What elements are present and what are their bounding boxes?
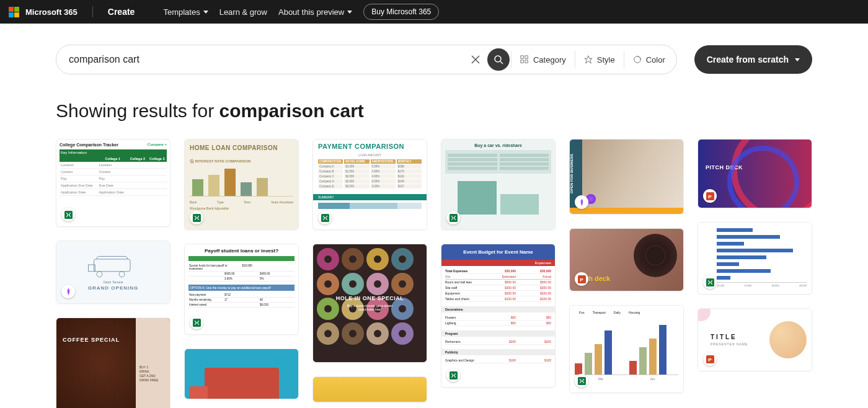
powerpoint-icon: P [703, 352, 717, 366]
clear-search-button[interactable] [466, 50, 485, 69]
template-card[interactable]: College Comparison TrackerCompare > Key … [56, 139, 170, 227]
nav-preview-label: About this preview [278, 7, 344, 17]
powerpoint-icon: P [575, 272, 588, 286]
nav-learn-label: Learn & grow [219, 7, 267, 17]
excel-icon [703, 275, 717, 289]
color-icon [633, 55, 642, 64]
svg-rect-6 [64, 211, 73, 219]
template-card[interactable]: Pitch deck P [569, 228, 684, 291]
svg-rect-15 [450, 371, 458, 379]
category-icon [520, 55, 529, 64]
excel-icon [190, 211, 203, 224]
excel-icon [575, 374, 588, 388]
search-pill: Category Style Color [56, 45, 677, 74]
svg-rect-11 [193, 214, 201, 222]
svg-rect-2 [525, 56, 528, 58]
template-card[interactable]: Payoff student loans or invest? Sooner f… [184, 244, 299, 335]
template-grid: College Comparison TrackerCompare > Key … [43, 139, 825, 408]
template-card[interactable]: PAYMENT COMPARISON LOAN AMOUNT COMPANY/I… [312, 139, 427, 230]
svg-text:P: P [580, 277, 583, 282]
results-prefix: Showing results for [56, 100, 219, 121]
svg-point-10 [119, 271, 125, 277]
filter-color-label: Color [646, 55, 665, 64]
filter-color[interactable]: Color [626, 45, 673, 74]
template-card[interactable]: Buy a car vs. rideshare [441, 139, 556, 230]
excel-icon [446, 211, 460, 224]
search-row: Category Style Color Create from scratch [43, 45, 825, 74]
excel-icon [190, 316, 203, 329]
template-card[interactable]: Fun Transport Daily Housing MarApr [569, 305, 684, 393]
thumb-event-budget: Event Budget for Event Name Expenses Tot… [441, 244, 555, 387]
template-card[interactable]: Event Budget for Event Name Expenses Tot… [441, 244, 556, 388]
excel-icon [446, 368, 460, 382]
thumb-donuts: HOLE IN ONE SPECIAL Buy a dozen donuts, … [313, 244, 427, 362]
ms365-brand[interactable]: Microsoft 365 [9, 7, 78, 17]
thumb-yellow [313, 377, 427, 402]
template-card[interactable]: HOME LOAN COMPARISON 🏠 INTEREST RATE COM… [184, 139, 299, 230]
designer-icon [61, 285, 75, 298]
nav-learn-grow[interactable]: Learn & grow [219, 7, 267, 17]
svg-point-9 [97, 271, 102, 277]
chevron-down-icon [203, 11, 208, 14]
template-card[interactable]: COFFEE SPECIAL BUY 1 DRINK, GET A 2ND DR… [56, 317, 170, 408]
buy-microsoft-365-button[interactable]: Buy Microsoft 365 [363, 4, 439, 20]
svg-text:P: P [708, 357, 712, 362]
create-from-scratch-button[interactable]: Create from scratch [694, 45, 812, 74]
template-card[interactable]: Fatah Tamarie GRAND OPENING [56, 241, 170, 304]
results-query: comparison cart [219, 100, 363, 121]
filter-category[interactable]: Category [513, 45, 574, 74]
chevron-down-icon [347, 11, 352, 14]
nav-templates-label: Templates [163, 7, 200, 17]
svg-rect-21 [706, 278, 714, 286]
search-button[interactable] [487, 48, 510, 71]
svg-rect-1 [521, 56, 523, 58]
designer-icon [575, 195, 588, 209]
search-input[interactable] [68, 53, 466, 66]
filter-separator [624, 51, 624, 68]
top-header: Microsoft 365 Create Templates Learn & g… [0, 0, 868, 24]
buy-label: Buy Microsoft 365 [371, 7, 431, 16]
excel-icon [61, 208, 75, 221]
results-heading: Showing results for comparison cart [43, 100, 825, 122]
svg-rect-7 [94, 259, 130, 271]
chevron-down-icon [795, 58, 800, 61]
excel-icon [318, 211, 332, 224]
filter-category-label: Category [533, 55, 566, 64]
filter-separator [511, 51, 512, 68]
nav-about-preview[interactable]: About this preview [278, 7, 352, 17]
search-icon [494, 55, 503, 64]
template-card[interactable]: OPEN FOR BUSINESS [569, 139, 684, 215]
svg-rect-18 [578, 377, 586, 385]
filter-separator [575, 51, 575, 68]
brand-text: Microsoft 365 [25, 7, 78, 17]
template-card[interactable]: TITLE PRESENTER NAME P [698, 308, 812, 371]
svg-text:P: P [708, 193, 712, 199]
svg-rect-12 [193, 319, 201, 327]
powerpoint-icon: P [703, 189, 717, 203]
template-card[interactable]: 10,00020,00030,00040,000 [698, 222, 812, 295]
svg-rect-4 [525, 60, 528, 63]
thumb-food-truck [185, 349, 298, 399]
svg-point-0 [495, 56, 501, 62]
svg-rect-13 [321, 214, 329, 222]
template-card[interactable] [184, 348, 299, 399]
create-link[interactable]: Create [108, 7, 135, 17]
nav-templates[interactable]: Templates [163, 7, 208, 17]
create-from-scratch-label: Create from scratch [707, 55, 789, 64]
template-card[interactable]: PITCH DECK P [698, 139, 812, 208]
header-divider [92, 6, 93, 17]
template-card[interactable]: HOLE IN ONE SPECIAL Buy a dozen donuts, … [312, 244, 427, 363]
svg-rect-3 [521, 60, 523, 63]
filter-style[interactable]: Style [577, 45, 622, 74]
filter-style-label: Style [597, 55, 615, 64]
microsoft-logo-icon [9, 7, 19, 17]
style-icon [584, 55, 593, 64]
close-icon [471, 55, 480, 64]
thumb-coffee-special: COFFEE SPECIAL BUY 1 DRINK, GET A 2ND DR… [56, 318, 170, 408]
svg-rect-14 [450, 214, 458, 222]
template-card[interactable] [312, 376, 427, 402]
